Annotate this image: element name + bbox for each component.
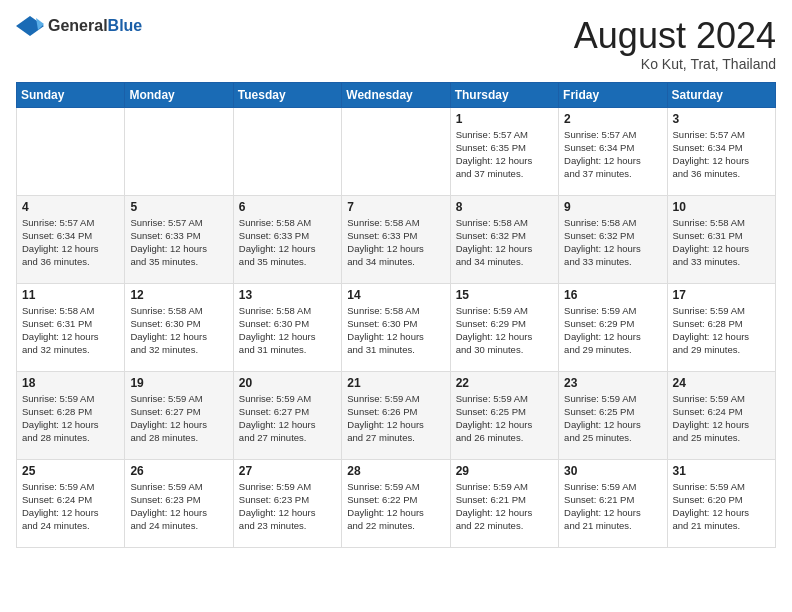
day-info: Sunrise: 5:57 AM Sunset: 6:34 PM Dayligh… [564,128,661,181]
weekday-header-tuesday: Tuesday [233,82,341,107]
day-number: 3 [673,112,770,126]
day-number: 12 [130,288,227,302]
day-cell-16: 16Sunrise: 5:59 AM Sunset: 6:29 PM Dayli… [559,283,667,371]
day-info: Sunrise: 5:58 AM Sunset: 6:32 PM Dayligh… [456,216,553,269]
day-info: Sunrise: 5:59 AM Sunset: 6:28 PM Dayligh… [673,304,770,357]
day-cell-6: 6Sunrise: 5:58 AM Sunset: 6:33 PM Daylig… [233,195,341,283]
day-cell-1: 1Sunrise: 5:57 AM Sunset: 6:35 PM Daylig… [450,107,558,195]
day-info: Sunrise: 5:59 AM Sunset: 6:28 PM Dayligh… [22,392,119,445]
day-number: 18 [22,376,119,390]
day-info: Sunrise: 5:59 AM Sunset: 6:29 PM Dayligh… [456,304,553,357]
day-cell-31: 31Sunrise: 5:59 AM Sunset: 6:20 PM Dayli… [667,459,775,547]
day-number: 4 [22,200,119,214]
day-info: Sunrise: 5:59 AM Sunset: 6:26 PM Dayligh… [347,392,444,445]
day-info: Sunrise: 5:59 AM Sunset: 6:29 PM Dayligh… [564,304,661,357]
day-cell-23: 23Sunrise: 5:59 AM Sunset: 6:25 PM Dayli… [559,371,667,459]
day-info: Sunrise: 5:59 AM Sunset: 6:25 PM Dayligh… [456,392,553,445]
day-info: Sunrise: 5:57 AM Sunset: 6:34 PM Dayligh… [22,216,119,269]
day-number: 13 [239,288,336,302]
title-block: August 2024 Ko Kut, Trat, Thailand [574,16,776,72]
day-cell-5: 5Sunrise: 5:57 AM Sunset: 6:33 PM Daylig… [125,195,233,283]
week-row-4: 18Sunrise: 5:59 AM Sunset: 6:28 PM Dayli… [17,371,776,459]
day-number: 27 [239,464,336,478]
logo: GeneralBlue [16,16,142,36]
day-number: 28 [347,464,444,478]
day-cell-2: 2Sunrise: 5:57 AM Sunset: 6:34 PM Daylig… [559,107,667,195]
day-cell-24: 24Sunrise: 5:59 AM Sunset: 6:24 PM Dayli… [667,371,775,459]
day-number: 24 [673,376,770,390]
day-number: 23 [564,376,661,390]
day-cell-18: 18Sunrise: 5:59 AM Sunset: 6:28 PM Dayli… [17,371,125,459]
day-number: 6 [239,200,336,214]
day-number: 8 [456,200,553,214]
day-cell-4: 4Sunrise: 5:57 AM Sunset: 6:34 PM Daylig… [17,195,125,283]
day-number: 22 [456,376,553,390]
day-cell-7: 7Sunrise: 5:58 AM Sunset: 6:33 PM Daylig… [342,195,450,283]
day-number: 25 [22,464,119,478]
week-row-3: 11Sunrise: 5:58 AM Sunset: 6:31 PM Dayli… [17,283,776,371]
day-info: Sunrise: 5:59 AM Sunset: 6:24 PM Dayligh… [22,480,119,533]
day-number: 15 [456,288,553,302]
location-title: Ko Kut, Trat, Thailand [574,56,776,72]
day-cell-19: 19Sunrise: 5:59 AM Sunset: 6:27 PM Dayli… [125,371,233,459]
day-cell-12: 12Sunrise: 5:58 AM Sunset: 6:30 PM Dayli… [125,283,233,371]
day-info: Sunrise: 5:59 AM Sunset: 6:23 PM Dayligh… [130,480,227,533]
day-info: Sunrise: 5:58 AM Sunset: 6:30 PM Dayligh… [347,304,444,357]
day-cell-11: 11Sunrise: 5:58 AM Sunset: 6:31 PM Dayli… [17,283,125,371]
day-info: Sunrise: 5:57 AM Sunset: 6:35 PM Dayligh… [456,128,553,181]
day-cell-20: 20Sunrise: 5:59 AM Sunset: 6:27 PM Dayli… [233,371,341,459]
day-cell-30: 30Sunrise: 5:59 AM Sunset: 6:21 PM Dayli… [559,459,667,547]
day-info: Sunrise: 5:58 AM Sunset: 6:30 PM Dayligh… [239,304,336,357]
day-info: Sunrise: 5:58 AM Sunset: 6:33 PM Dayligh… [347,216,444,269]
day-cell-28: 28Sunrise: 5:59 AM Sunset: 6:22 PM Dayli… [342,459,450,547]
day-cell-3: 3Sunrise: 5:57 AM Sunset: 6:34 PM Daylig… [667,107,775,195]
day-info: Sunrise: 5:59 AM Sunset: 6:23 PM Dayligh… [239,480,336,533]
empty-cell [125,107,233,195]
day-number: 30 [564,464,661,478]
day-cell-26: 26Sunrise: 5:59 AM Sunset: 6:23 PM Dayli… [125,459,233,547]
day-info: Sunrise: 5:58 AM Sunset: 6:31 PM Dayligh… [673,216,770,269]
day-number: 5 [130,200,227,214]
empty-cell [342,107,450,195]
day-cell-22: 22Sunrise: 5:59 AM Sunset: 6:25 PM Dayli… [450,371,558,459]
month-title: August 2024 [574,16,776,56]
day-number: 31 [673,464,770,478]
day-info: Sunrise: 5:57 AM Sunset: 6:33 PM Dayligh… [130,216,227,269]
week-row-1: 1Sunrise: 5:57 AM Sunset: 6:35 PM Daylig… [17,107,776,195]
day-number: 17 [673,288,770,302]
day-cell-25: 25Sunrise: 5:59 AM Sunset: 6:24 PM Dayli… [17,459,125,547]
weekday-header-saturday: Saturday [667,82,775,107]
weekday-header-wednesday: Wednesday [342,82,450,107]
day-cell-9: 9Sunrise: 5:58 AM Sunset: 6:32 PM Daylig… [559,195,667,283]
day-info: Sunrise: 5:59 AM Sunset: 6:27 PM Dayligh… [239,392,336,445]
day-number: 16 [564,288,661,302]
day-cell-10: 10Sunrise: 5:58 AM Sunset: 6:31 PM Dayli… [667,195,775,283]
day-number: 10 [673,200,770,214]
day-info: Sunrise: 5:59 AM Sunset: 6:27 PM Dayligh… [130,392,227,445]
day-cell-17: 17Sunrise: 5:59 AM Sunset: 6:28 PM Dayli… [667,283,775,371]
day-cell-14: 14Sunrise: 5:58 AM Sunset: 6:30 PM Dayli… [342,283,450,371]
day-info: Sunrise: 5:59 AM Sunset: 6:25 PM Dayligh… [564,392,661,445]
page-header: GeneralBlue August 2024 Ko Kut, Trat, Th… [16,16,776,72]
logo-icon [16,16,44,36]
day-info: Sunrise: 5:59 AM Sunset: 6:20 PM Dayligh… [673,480,770,533]
weekday-header-sunday: Sunday [17,82,125,107]
day-cell-29: 29Sunrise: 5:59 AM Sunset: 6:21 PM Dayli… [450,459,558,547]
weekday-header-thursday: Thursday [450,82,558,107]
empty-cell [233,107,341,195]
day-number: 11 [22,288,119,302]
day-number: 21 [347,376,444,390]
logo-general-text: GeneralBlue [48,17,142,35]
weekday-header-monday: Monday [125,82,233,107]
empty-cell [17,107,125,195]
day-info: Sunrise: 5:59 AM Sunset: 6:22 PM Dayligh… [347,480,444,533]
day-info: Sunrise: 5:58 AM Sunset: 6:32 PM Dayligh… [564,216,661,269]
day-number: 19 [130,376,227,390]
day-number: 20 [239,376,336,390]
day-cell-15: 15Sunrise: 5:59 AM Sunset: 6:29 PM Dayli… [450,283,558,371]
day-cell-21: 21Sunrise: 5:59 AM Sunset: 6:26 PM Dayli… [342,371,450,459]
day-info: Sunrise: 5:58 AM Sunset: 6:33 PM Dayligh… [239,216,336,269]
day-info: Sunrise: 5:57 AM Sunset: 6:34 PM Dayligh… [673,128,770,181]
day-number: 29 [456,464,553,478]
day-info: Sunrise: 5:58 AM Sunset: 6:31 PM Dayligh… [22,304,119,357]
